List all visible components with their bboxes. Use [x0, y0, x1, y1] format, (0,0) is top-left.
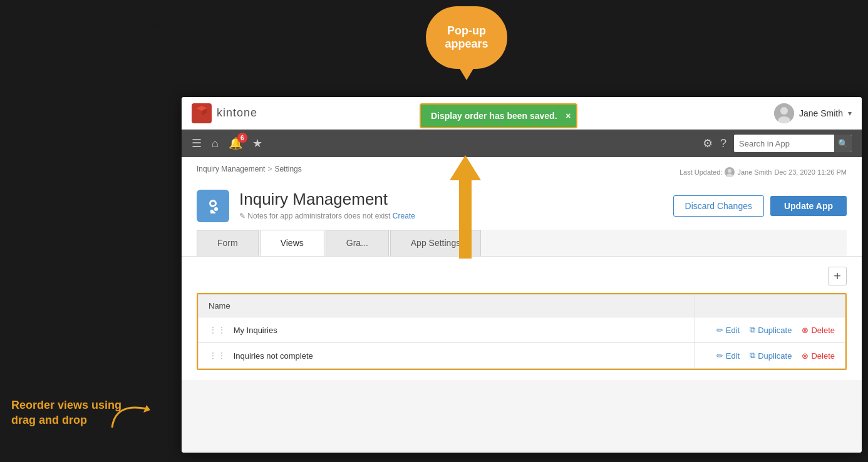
notification-close-button[interactable]: × — [566, 111, 571, 121]
pencil-icon: ✏ — [716, 326, 723, 335]
delete-label-1: Delete — [811, 351, 835, 361]
last-updated-user: Jane Smith — [737, 168, 772, 176]
last-updated: Last Updated: Jane Smith Dec 23, 2020 11… — [679, 167, 847, 177]
breadcrumb-section: Settings — [274, 165, 301, 173]
annotation-title: When Reordering Views: — [11, 18, 173, 34]
app-header-row: Inquiry Management ✎ Notes for app admin… — [197, 180, 847, 230]
action-buttons: ✏ Edit ⧉ Duplicate ⊗ Del — [705, 325, 835, 335]
row-name-cell: ⋮⋮ My Inquiries — [199, 317, 695, 343]
delete-icon: ⊗ — [802, 351, 809, 361]
header-actions: Discard Changes Update App — [673, 195, 847, 217]
row-name-cell: ⋮⋮ Inquiries not complete — [199, 343, 695, 369]
view-name: My Inquiries — [234, 326, 277, 335]
action-buttons: ✏ Edit ⧉ Duplicate ⊗ Del — [705, 351, 835, 361]
discard-changes-button[interactable]: Discard Changes — [673, 195, 764, 217]
app-notes-text: ✎ — [239, 212, 247, 220]
drag-handle-icon[interactable]: ⋮⋮ — [209, 351, 226, 361]
delete-button-0[interactable]: ⊗ Delete — [802, 326, 835, 335]
duplicate-button-1[interactable]: ⧉ Duplicate — [750, 351, 792, 361]
edit-button-1[interactable]: ✏ Edit — [716, 351, 740, 361]
breadcrumb-row: Inquiry Management > Settings Last Updat… — [197, 165, 847, 180]
settings-icon[interactable]: ⚙ — [703, 136, 713, 150]
popup-bubble-text: Pop-upappears — [445, 24, 488, 51]
edit-button-0[interactable]: ✏ Edit — [716, 326, 740, 335]
copy-icon: ⧉ — [750, 325, 755, 335]
views-table-container: Name ⋮⋮ My Inquiries — [197, 293, 847, 370]
toolbar-right: ⚙ ? 🔍 — [703, 135, 852, 152]
kintone-logo: kintone — [192, 103, 257, 123]
home-icon[interactable]: ⌂ — [212, 137, 219, 150]
tab-form[interactable]: Form — [197, 230, 259, 256]
table-row: ⋮⋮ Inquiries not complete ✏ Edit — [199, 343, 845, 369]
delete-label-0: Delete — [811, 326, 835, 335]
page-header: Inquiry Management > Settings Last Updat… — [182, 157, 862, 257]
duplicate-button-0[interactable]: ⧉ Duplicate — [750, 325, 792, 335]
search-icon: 🔍 — [838, 139, 849, 148]
edit-label-1: Edit — [726, 351, 740, 361]
popup-bubble: Pop-upappears — [426, 6, 507, 69]
duplicate-label-0: Duplicate — [758, 326, 792, 335]
column-actions-header — [695, 295, 845, 317]
notification-message: Display order has been saved. — [431, 111, 557, 121]
svg-point-15 — [214, 207, 218, 211]
user-name: Jane Smith — [799, 108, 843, 118]
user-area: Jane Smith ▾ — [774, 103, 852, 123]
delete-button-1[interactable]: ⊗ Delete — [802, 351, 835, 361]
menu-icon[interactable]: ☰ — [192, 136, 202, 150]
browser-window: kintone Display order has been saved. × … — [182, 97, 862, 453]
user-icon-small — [725, 167, 735, 177]
tab-views[interactable]: Views — [260, 230, 324, 256]
row-actions-cell: ✏ Edit ⧉ Duplicate ⊗ Del — [695, 317, 845, 343]
views-table: Name ⋮⋮ My Inquiries — [198, 294, 845, 369]
duplicate-label-1: Duplicate — [758, 351, 792, 361]
favorites-icon[interactable]: ★ — [252, 136, 262, 150]
main-content: Inquiry Management > Settings Last Updat… — [182, 157, 862, 453]
kintone-header: kintone Display order has been saved. × … — [182, 97, 862, 130]
breadcrumb-app: Inquiry Management — [197, 165, 265, 173]
edit-label-0: Edit — [726, 326, 740, 335]
pencil-icon: ✏ — [716, 351, 723, 361]
table-row: ⋮⋮ My Inquiries ✏ Edit — [199, 317, 845, 343]
breadcrumb-separator: > — [267, 165, 272, 173]
help-icon[interactable]: ? — [720, 137, 726, 150]
update-app-button[interactable]: Update App — [770, 196, 847, 216]
view-name: Inquiries not complete — [234, 351, 313, 361]
search-button[interactable]: 🔍 — [834, 135, 852, 152]
avatar — [774, 103, 794, 123]
copy-icon: ⧉ — [750, 351, 755, 361]
notification-bell-icon[interactable]: 🔔 — [229, 136, 242, 150]
curved-arrow-icon — [109, 396, 159, 434]
last-updated-label: Last Updated: — [679, 168, 723, 176]
chevron-down-icon[interactable]: ▾ — [848, 109, 852, 118]
views-content: + Name ⋮⋮ My Inquirie — [182, 257, 862, 380]
breadcrumb: Inquiry Management > Settings — [197, 165, 302, 173]
tab-graph[interactable]: Gra... — [326, 230, 389, 256]
notification-popup: Display order has been saved. × — [420, 103, 577, 128]
row-actions-cell: ✏ Edit ⧉ Duplicate ⊗ Del — [695, 343, 845, 369]
arrow-container — [450, 155, 481, 261]
search-input[interactable] — [734, 135, 834, 152]
column-name-header: Name — [199, 295, 695, 317]
views-toolbar: + — [197, 267, 847, 285]
svg-point-12 — [211, 202, 215, 205]
svg-marker-0 — [450, 155, 481, 259]
svg-point-8 — [728, 169, 731, 173]
kintone-logo-icon — [192, 103, 212, 123]
reorder-annotation: Reorder views usingdrag and drop — [11, 398, 121, 428]
app-notes-create-link[interactable]: Create — [393, 212, 415, 220]
kintone-logo-text: kintone — [217, 106, 257, 120]
drag-handle-icon[interactable]: ⋮⋮ — [209, 325, 226, 335]
svg-point-5 — [780, 107, 788, 115]
reorder-text: Reorder views usingdrag and drop — [11, 398, 121, 428]
kintone-toolbar: ☰ ⌂ 🔔 ★ ⚙ ? 🔍 — [182, 130, 862, 157]
table-header-row: Name — [199, 295, 845, 317]
app-icon — [197, 190, 229, 222]
delete-icon: ⊗ — [802, 326, 809, 335]
last-updated-date: Dec 23, 2020 11:26 PM — [774, 168, 847, 176]
tabs: Form Views Gra... App Settings — [197, 230, 847, 256]
app-notes-content: Notes for app administrators does not ex… — [247, 212, 390, 220]
search-box: 🔍 — [734, 135, 852, 152]
add-view-button[interactable]: + — [828, 267, 847, 285]
